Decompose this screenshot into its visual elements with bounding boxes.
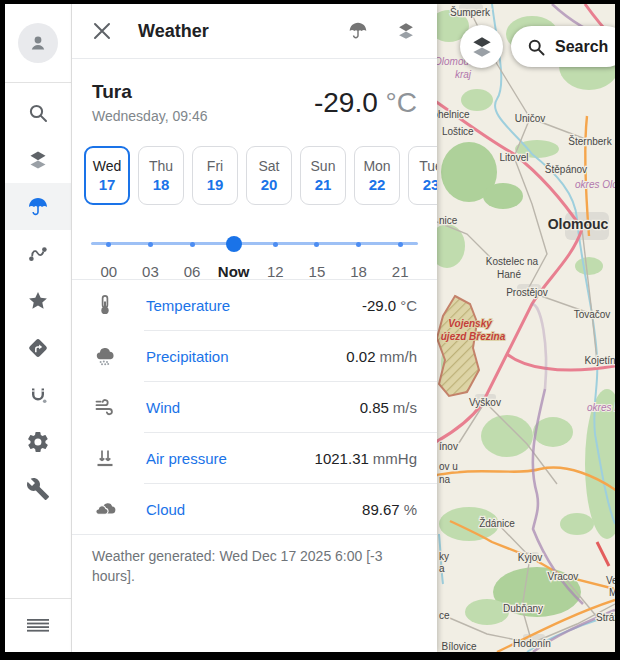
metric-label[interactable]: Cloud bbox=[146, 501, 185, 518]
precipitation-icon bbox=[92, 344, 118, 368]
day-name: Sat bbox=[258, 158, 279, 174]
map-label: M bbox=[609, 587, 615, 598]
weather-generated-note: Weather generated: Wed Dec 17 2025 6:00 … bbox=[72, 534, 437, 595]
weather-layers-button[interactable] bbox=[347, 20, 369, 42]
map-label: ce bbox=[439, 610, 450, 621]
location-block: Tura Wednesday, 09:46 -29.0 °C bbox=[72, 59, 437, 130]
metric-label[interactable]: Precipitation bbox=[146, 348, 229, 365]
time-label: Now bbox=[218, 263, 250, 280]
time-tick[interactable]: 03 bbox=[130, 231, 172, 280]
map-label: Šternberk bbox=[568, 135, 612, 147]
map-view[interactable]: ŠumperkOlomouckýkrajMohelniceLošticeUnič… bbox=[437, 4, 615, 652]
time-tick[interactable]: 18 bbox=[338, 231, 380, 280]
map-label: Uničov bbox=[515, 113, 546, 124]
time-slider[interactable]: 00 03 06 Now 12 15 18 21 bbox=[72, 211, 437, 265]
map-label: Dubňany bbox=[503, 603, 543, 614]
map-label: na bbox=[439, 474, 451, 485]
metric-row-wind[interactable]: Wind 0.85m/s bbox=[72, 382, 437, 432]
map-label: újezd Březina bbox=[441, 331, 506, 342]
close-icon bbox=[92, 21, 112, 41]
sidebar-item-navigation[interactable] bbox=[5, 324, 71, 371]
map-source-button[interactable] bbox=[395, 20, 417, 42]
map-label: Mohelnice bbox=[437, 109, 470, 120]
map-label: Olomouc bbox=[548, 216, 609, 232]
sidebar-item-settings[interactable] bbox=[5, 418, 71, 465]
time-tick[interactable]: 06 bbox=[171, 231, 213, 280]
map-label: Vyškov bbox=[469, 397, 501, 408]
day-name: Sun bbox=[311, 158, 336, 174]
map-label: a bbox=[439, 563, 445, 574]
map-label: nice bbox=[439, 215, 458, 226]
tick-dot[interactable] bbox=[398, 242, 403, 247]
time-tick[interactable]: 00 bbox=[88, 231, 130, 280]
metric-row-cloud[interactable]: Cloud 89.67% bbox=[72, 484, 437, 534]
map-search-button[interactable]: Search bbox=[511, 26, 615, 67]
sidebar-item-tracks[interactable] bbox=[5, 371, 71, 418]
avatar[interactable] bbox=[18, 23, 58, 63]
time-tick[interactable]: Now bbox=[213, 231, 255, 280]
day-name: Wed bbox=[93, 158, 122, 174]
umbrella-icon bbox=[347, 20, 369, 42]
day-card[interactable]: Tue 23 bbox=[408, 146, 437, 205]
wind-icon bbox=[92, 395, 118, 419]
tick-dot[interactable] bbox=[106, 242, 111, 247]
sidebar-item-favorites[interactable] bbox=[5, 277, 71, 324]
close-button[interactable] bbox=[92, 21, 112, 41]
day-card[interactable]: Sun 21 bbox=[300, 146, 346, 205]
metric-row-air-pressure[interactable]: Air pressure 1021.31mmHg bbox=[72, 433, 437, 483]
tick-dot[interactable] bbox=[148, 242, 153, 247]
map-label: Bílovice bbox=[441, 641, 476, 652]
metric-label[interactable]: Temperature bbox=[146, 297, 230, 314]
slider-handle[interactable] bbox=[226, 236, 242, 252]
day-card[interactable]: Thu 18 bbox=[138, 146, 184, 205]
day-date: 23 bbox=[423, 176, 437, 193]
metric-label[interactable]: Wind bbox=[146, 399, 180, 416]
panel-header: Weather bbox=[72, 4, 437, 59]
tick-dot[interactable] bbox=[314, 242, 319, 247]
layers-icon bbox=[469, 34, 495, 60]
time-tick[interactable]: 21 bbox=[379, 231, 421, 280]
umbrella-icon bbox=[26, 195, 50, 219]
wrench-icon bbox=[26, 477, 50, 501]
map-label: Štěpánov bbox=[545, 163, 587, 175]
current-temperature-value: -29.0 bbox=[314, 87, 378, 118]
sidebar-item-weather[interactable] bbox=[5, 183, 71, 230]
map-label: Kojetín bbox=[584, 355, 615, 366]
time-label: 03 bbox=[142, 263, 159, 280]
day-name: Fri bbox=[207, 158, 223, 174]
navigation-turn-icon bbox=[26, 336, 50, 360]
sidebar-item-utilities[interactable] bbox=[5, 465, 71, 512]
sidebar-item-plan-route[interactable] bbox=[5, 230, 71, 277]
map-search-label: Search bbox=[555, 38, 608, 56]
metric-label[interactable]: Air pressure bbox=[146, 450, 227, 467]
time-label: 21 bbox=[392, 263, 409, 280]
map-canvas[interactable]: ŠumperkOlomouckýkrajMohelniceLošticeUnič… bbox=[437, 4, 615, 652]
day-card[interactable]: Wed 17 bbox=[84, 146, 130, 205]
time-label: 00 bbox=[100, 263, 117, 280]
map-layers-button[interactable] bbox=[460, 25, 503, 68]
metric-row-temperature[interactable]: Temperature -29.0°C bbox=[72, 280, 437, 330]
day-card[interactable]: Fri 19 bbox=[192, 146, 238, 205]
map-label: Kostelec na bbox=[486, 256, 539, 267]
tick-dot[interactable] bbox=[190, 242, 195, 247]
time-tick[interactable]: 15 bbox=[296, 231, 338, 280]
layers-icon bbox=[26, 148, 50, 172]
day-card[interactable]: Mon 22 bbox=[354, 146, 400, 205]
metric-value: 89.67% bbox=[362, 501, 417, 518]
tick-dot[interactable] bbox=[356, 242, 361, 247]
time-tick[interactable]: 12 bbox=[255, 231, 297, 280]
sidebar-item-configure-map[interactable] bbox=[5, 136, 71, 183]
sidebar-item-profile[interactable] bbox=[5, 4, 71, 83]
search-icon bbox=[26, 101, 50, 125]
tick-dot[interactable] bbox=[273, 242, 278, 247]
sidebar-item-menu[interactable] bbox=[5, 598, 71, 652]
map-label: Ždánice bbox=[479, 517, 515, 529]
day-date: 20 bbox=[261, 176, 278, 193]
sidebar-item-search[interactable] bbox=[5, 89, 71, 136]
metric-row-precipitation[interactable]: Precipitation 0.02mm/h bbox=[72, 331, 437, 381]
day-name: Tue bbox=[419, 158, 437, 174]
pressure-icon bbox=[92, 446, 118, 470]
day-card[interactable]: Sat 20 bbox=[246, 146, 292, 205]
day-date: 22 bbox=[369, 176, 386, 193]
layers-icon bbox=[395, 20, 417, 42]
